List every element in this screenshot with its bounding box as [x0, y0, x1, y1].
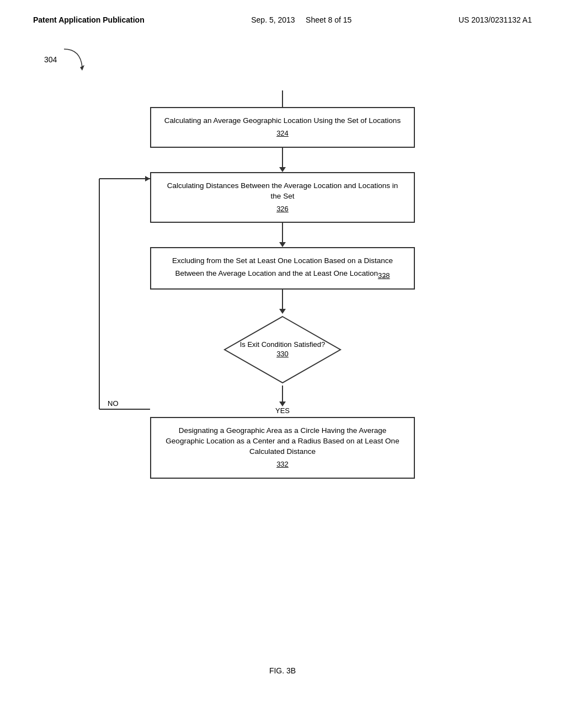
header-right: US 2013/0231132 A1	[459, 15, 532, 24]
ref-304-label: 304	[44, 46, 89, 74]
no-label: NO	[108, 399, 119, 408]
box-332-ref: 332	[276, 459, 289, 469]
box-328-ref: 328	[378, 269, 390, 281]
yes-label: YES	[275, 406, 290, 415]
page-header: Patent Application Publication Sep. 5, 2…	[0, 0, 565, 30]
box-324: Calculating an Average Geographic Locati…	[150, 107, 415, 148]
diagram-area: 304 Calculating an Average Geographic Lo…	[0, 35, 565, 697]
box-332: Designating a Geographic Area as a Circl…	[150, 417, 415, 479]
box-324-text: Calculating an Average Geographic Locati…	[164, 116, 401, 125]
header-sheet: Sheet 8 of 15	[306, 15, 351, 24]
header-date: Sep. 5, 2013	[251, 15, 295, 24]
diamond-330-text: Is Exit Condition Satisfied?	[240, 340, 326, 349]
box-326-ref: 326	[276, 204, 289, 214]
fig-label: FIG. 3B	[269, 666, 296, 675]
header-left: Patent Application Publication	[33, 15, 145, 24]
box-324-ref: 324	[276, 129, 289, 138]
diamond-330: Is Exit Condition Satisfied? 330	[222, 314, 343, 386]
box-326: Calculating Distances Between the Averag…	[150, 172, 415, 223]
box-332-text: Designating a Geographic Area as a Circl…	[166, 426, 399, 456]
header-center: Sep. 5, 2013 Sheet 8 of 15	[251, 15, 351, 24]
box-328-text: Excluding from the Set at Least One Loca…	[172, 256, 393, 277]
box-326-text: Calculating Distances Between the Averag…	[167, 181, 398, 200]
box-328: Excluding from the Set at Least One Loca…	[150, 247, 415, 290]
diamond-330-ref: 330	[276, 350, 289, 358]
